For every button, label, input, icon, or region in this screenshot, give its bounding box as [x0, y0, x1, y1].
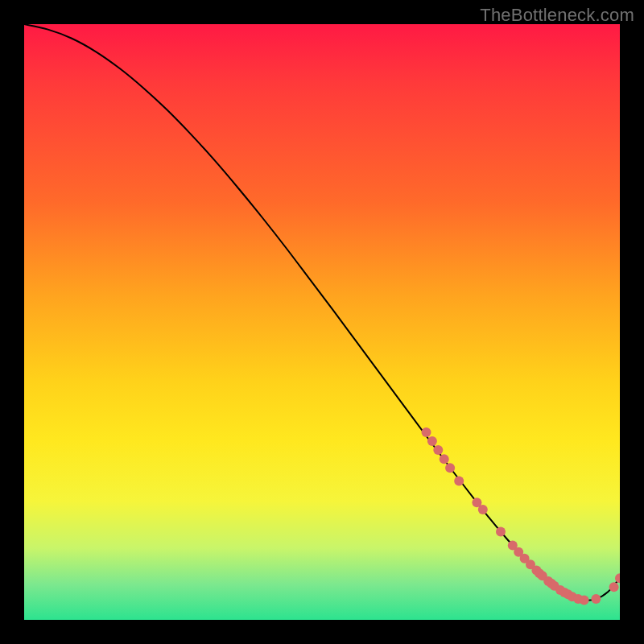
data-marker — [609, 582, 619, 592]
data-marker — [615, 573, 620, 583]
data-marker — [591, 594, 601, 604]
data-marker — [445, 463, 455, 473]
data-marker — [422, 427, 431, 437]
bottleneck-curve — [24, 24, 620, 601]
data-marker — [440, 454, 449, 464]
data-marker — [427, 436, 437, 446]
chart-svg — [24, 24, 620, 620]
chart-frame: TheBottleneck.com — [0, 0, 644, 644]
plot-area — [24, 24, 620, 620]
data-marker — [580, 596, 589, 605]
data-marker — [433, 445, 443, 455]
data-marker — [478, 505, 488, 514]
watermark-label: TheBottleneck.com — [480, 5, 634, 26]
data-marker — [454, 477, 464, 486]
data-marker — [496, 526, 506, 536]
data-markers — [422, 427, 621, 605]
